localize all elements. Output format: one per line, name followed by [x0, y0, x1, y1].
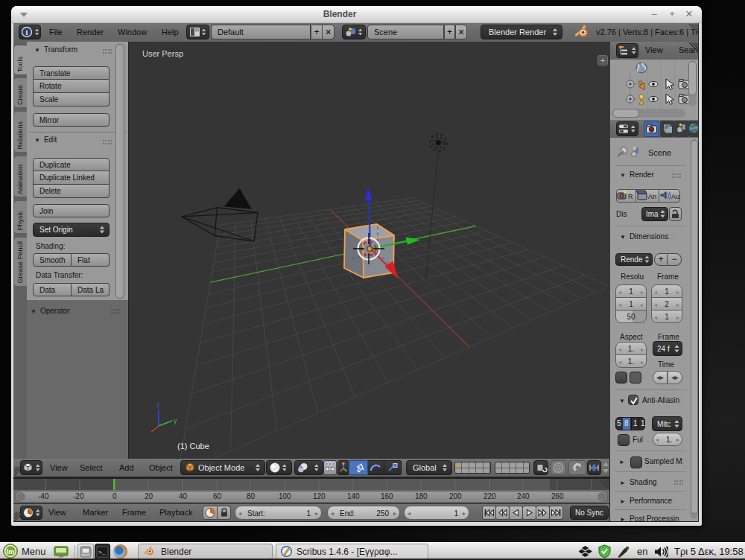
- svg-text:R: R: [628, 193, 633, 200]
- svg-text:>_: >_: [98, 549, 106, 556]
- svg-text:y: y: [174, 417, 177, 424]
- svg-text:An: An: [648, 193, 656, 200]
- svg-text:z: z: [156, 401, 160, 409]
- svg-text:lm: lm: [7, 548, 15, 556]
- svg-text:Au: Au: [671, 193, 679, 200]
- svg-text:i: i: [26, 28, 28, 36]
